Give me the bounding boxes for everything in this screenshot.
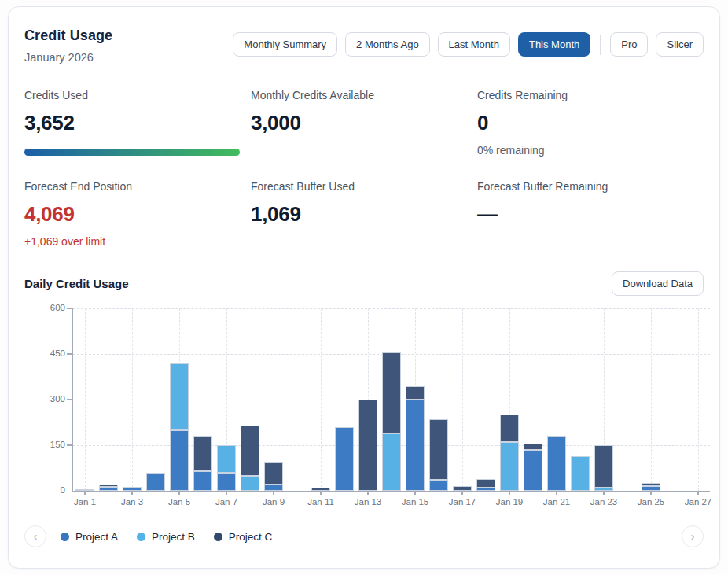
- day-column-jan-22: [568, 308, 592, 491]
- y-axis-label: 0: [24, 485, 65, 495]
- bar-segment-project-b[interactable]: [500, 442, 519, 491]
- stat-subtext: +1,069 over limit: [24, 235, 251, 248]
- day-column-jan-23: Jan 23: [592, 308, 616, 491]
- prev-chevron-icon[interactable]: ‹: [24, 525, 46, 547]
- stat-credits-used: Credits Used3,652: [24, 89, 251, 157]
- stacked-bar[interactable]: [571, 456, 590, 491]
- x-axis-label: Jan 11: [307, 497, 334, 507]
- stat-value: 0: [477, 111, 704, 135]
- bar-segment-project-a[interactable]: [146, 473, 165, 491]
- day-column-jan-18: [474, 308, 498, 491]
- bar-segment-project-a[interactable]: [524, 450, 542, 491]
- v-gridline: [321, 308, 322, 491]
- legend-row: ‹ Project AProject BProject C ›: [24, 525, 704, 547]
- bar-segment-project-b[interactable]: [571, 456, 590, 491]
- stacked-bar[interactable]: [358, 400, 377, 491]
- tab-pro[interactable]: Pro: [610, 32, 648, 57]
- y-axis-label: 150: [24, 440, 65, 449]
- chart-header: Daily Credit Usage Download Data: [24, 271, 704, 296]
- bar-segment-project-c[interactable]: [500, 415, 519, 442]
- v-gridline: [85, 308, 86, 491]
- day-column-jan-9: Jan 9: [262, 308, 285, 491]
- legend-item-project-a[interactable]: Project A: [61, 531, 118, 543]
- stacked-bar[interactable]: [99, 485, 118, 491]
- download-data-button[interactable]: Download Data: [612, 271, 704, 296]
- tab-monthly-summary[interactable]: Monthly Summary: [233, 32, 337, 57]
- stacked-bar[interactable]: [217, 445, 236, 491]
- bar-segment-project-c[interactable]: [429, 419, 448, 480]
- stat-forecast-end-position: Forecast End Position4,069+1,069 over li…: [24, 180, 251, 248]
- bar-segment-project-c[interactable]: [594, 445, 613, 488]
- x-axis-label: Jan 17: [449, 497, 476, 507]
- bar-segment-project-c[interactable]: [524, 444, 542, 450]
- stat-forecast-buffer-remaining: Forecast Buffer Remaining—: [477, 180, 704, 248]
- bar-segment-project-b[interactable]: [217, 445, 236, 473]
- stat-value: 3,000: [251, 111, 477, 135]
- bar-segment-project-c[interactable]: [382, 352, 401, 433]
- bar-segment-project-b[interactable]: [382, 433, 401, 491]
- day-column-jan-4: [144, 308, 167, 491]
- bar-segment-project-a[interactable]: [193, 471, 212, 491]
- bar-segment-project-c[interactable]: [241, 426, 259, 476]
- stats-grid: Credits Used3,652Monthly Credits Availab…: [24, 89, 704, 248]
- legend-item-project-c[interactable]: Project C: [214, 531, 273, 543]
- bar-segment-project-c[interactable]: [264, 462, 283, 485]
- stacked-bar[interactable]: [406, 386, 425, 491]
- tab-2-months-ago[interactable]: 2 Months Ago: [345, 32, 430, 57]
- stat-label: Forecast Buffer Remaining: [477, 180, 704, 193]
- stacked-bar[interactable]: [594, 445, 613, 491]
- header-text: Credit Usage January 2026: [24, 28, 112, 64]
- day-column-jan-7: Jan 7: [215, 308, 238, 491]
- stacked-bar[interactable]: [382, 352, 401, 491]
- bar-segment-project-a[interactable]: [406, 400, 425, 491]
- x-axis-label: Jan 3: [121, 497, 143, 507]
- page-title: Credit Usage: [24, 28, 112, 44]
- stacked-bar[interactable]: [429, 419, 448, 491]
- y-axis-tick: [67, 308, 72, 309]
- bar-segment-project-a[interactable]: [217, 473, 236, 491]
- day-column-jan-5: Jan 5: [167, 308, 191, 491]
- stacked-bar[interactable]: [476, 479, 495, 491]
- day-column-jan-17: Jan 17: [450, 308, 474, 491]
- stacked-bar[interactable]: [264, 462, 283, 491]
- stacked-bar[interactable]: [642, 483, 660, 491]
- daily-usage-chart: Jan 1Jan 3Jan 5Jan 7Jan 9Jan 11Jan 13Jan…: [24, 304, 704, 511]
- stacked-bar[interactable]: [524, 444, 542, 491]
- bar-segment-project-a[interactable]: [335, 427, 354, 491]
- bar-segment-project-a[interactable]: [170, 430, 189, 491]
- stacked-bar[interactable]: [170, 363, 189, 491]
- stacked-bar[interactable]: [335, 427, 354, 491]
- stacked-bar[interactable]: [500, 415, 519, 491]
- y-axis-label: 600: [24, 303, 65, 312]
- stacked-bar[interactable]: [547, 436, 566, 491]
- stat-monthly-credits-available: Monthly Credits Available3,000: [251, 89, 477, 157]
- stat-label: Credits Remaining: [477, 89, 704, 101]
- bar-segment-project-c[interactable]: [358, 400, 377, 491]
- bar-segment-project-a[interactable]: [264, 485, 283, 491]
- tab-slicer[interactable]: Slicer: [656, 32, 704, 57]
- bar-segment-project-b[interactable]: [241, 476, 259, 491]
- x-axis-label: Jan 5: [168, 497, 190, 507]
- day-column-jan-11: Jan 11: [309, 308, 333, 491]
- stacked-bar[interactable]: [193, 436, 212, 491]
- bar-segment-project-c[interactable]: [193, 436, 212, 470]
- bar-segment-project-a[interactable]: [429, 480, 448, 491]
- stacked-bar[interactable]: [241, 426, 259, 491]
- x-axis-label: Jan 25: [638, 497, 665, 507]
- bar-segment-project-a[interactable]: [547, 436, 566, 491]
- bar-segment-project-c[interactable]: [406, 386, 425, 400]
- bar-segment-project-b[interactable]: [170, 363, 189, 430]
- tab-this-month[interactable]: This Month: [518, 32, 590, 57]
- day-column-jan-20: [521, 308, 545, 491]
- legend-item-project-b[interactable]: Project B: [137, 531, 195, 543]
- x-axis-label: Jan 23: [590, 497, 618, 507]
- day-column-jan-6: [191, 308, 215, 491]
- tab-last-month[interactable]: Last Month: [438, 32, 510, 57]
- stat-subtext: 0% remaining: [477, 144, 704, 157]
- v-gridline: [651, 308, 652, 491]
- legend-dot-icon: [214, 533, 222, 541]
- x-axis-label: Jan 19: [496, 497, 524, 507]
- next-chevron-icon[interactable]: ›: [682, 525, 704, 547]
- bar-segment-project-c[interactable]: [476, 479, 495, 488]
- stacked-bar[interactable]: [146, 473, 165, 491]
